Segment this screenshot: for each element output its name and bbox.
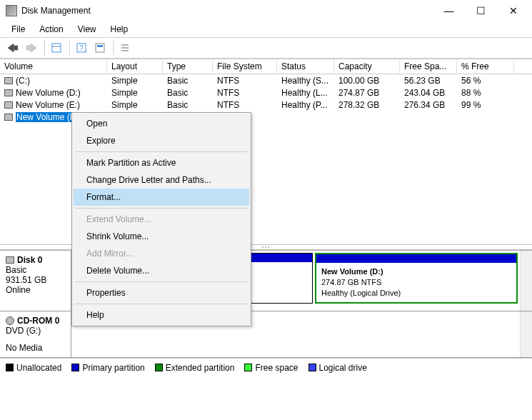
cell-fs: NTFS	[213, 100, 277, 110]
cell-status: Healthy (S...	[277, 76, 334, 86]
forward-button[interactable]	[23, 40, 40, 56]
menu-view[interactable]: View	[71, 23, 104, 36]
disk-type: DVD (G:)	[6, 326, 65, 336]
close-button[interactable]: ✕	[497, 1, 529, 21]
ctx-separator	[75, 304, 248, 304]
volume-name: (C:)	[16, 76, 30, 86]
legend-primary: Primary partition	[71, 363, 144, 373]
partition-sub: 274.87 GB NTFS	[321, 278, 381, 286]
vertical-scrollbar[interactable]	[520, 311, 532, 357]
cell-pct: 56 %	[457, 76, 514, 86]
col-volume[interactable]: Volume	[0, 59, 107, 74]
drive-icon	[4, 77, 13, 84]
ctx-separator	[75, 281, 248, 282]
help-button[interactable]: ?	[73, 40, 90, 56]
window-title: Disk Management	[21, 6, 433, 16]
partition-stripe	[316, 254, 516, 263]
svg-rect-4	[96, 44, 104, 52]
cell-layout: Simple	[107, 100, 163, 110]
ctx-help[interactable]: Help	[74, 306, 249, 324]
disk-info[interactable]: CD-ROM 0 DVD (G:) No Media	[0, 311, 71, 357]
partition-d[interactable]: New Volume (D:) 274.87 GB NTFS Healthy (…	[315, 253, 518, 304]
cell-capacity: 274.87 GB	[334, 88, 400, 98]
volume-list-header: Volume Layout Type File System Status Ca…	[0, 59, 532, 74]
svg-text:?: ?	[79, 44, 84, 52]
cell-status: Healthy (P...	[277, 112, 334, 122]
col-spacer	[514, 59, 532, 74]
cell-fs: NTFS	[213, 88, 277, 98]
cell-type: Basic	[163, 76, 213, 86]
volume-row[interactable]: New Volume (D:) Simple Basic NTFS Health…	[0, 86, 532, 99]
drive-icon	[4, 101, 13, 109]
back-button[interactable]	[4, 40, 21, 56]
cell-status: Healthy (L...	[277, 88, 334, 98]
cell-pct: 88 %	[457, 88, 514, 98]
legend-logical: Logical drive	[308, 363, 367, 373]
minimize-button[interactable]: —	[433, 1, 465, 21]
col-status[interactable]: Status	[277, 59, 334, 74]
col-type[interactable]: Type	[163, 59, 213, 74]
list-view-button[interactable]	[116, 40, 134, 56]
cell-status: Healthy (P...	[277, 100, 334, 110]
col-filesystem[interactable]: File System	[213, 59, 277, 74]
cell-fs: NTFS	[213, 76, 277, 86]
context-menu: Open Explore Mark Partition as Active Ch…	[71, 112, 251, 326]
disk-status: Online	[6, 285, 65, 295]
ctx-format[interactable]: Format...	[74, 189, 249, 206]
toolbar-separator	[113, 41, 114, 55]
ctx-shrink-volume[interactable]: Shrink Volume...	[74, 228, 249, 245]
ctx-properties[interactable]: Properties	[74, 284, 249, 301]
ctx-separator	[75, 151, 248, 152]
ctx-mark-active[interactable]: Mark Partition as Active	[74, 154, 249, 171]
cell-type: Basic	[163, 88, 213, 98]
legend-free: Free space	[244, 363, 298, 373]
cell-free: 56.23 GB	[400, 76, 457, 86]
volume-name: New Volume (D:)	[16, 88, 81, 98]
menu-file[interactable]: File	[4, 23, 32, 36]
ctx-separator	[75, 208, 248, 209]
partition-title: New Volume (D:)	[321, 267, 383, 276]
cell-free: 243.04 GB	[400, 88, 457, 98]
cell-capacity: 278.32 GB	[334, 100, 400, 110]
vertical-scrollbar[interactable]	[520, 251, 532, 311]
ctx-change-drive-letter[interactable]: Change Drive Letter and Paths...	[74, 171, 249, 189]
ctx-delete-volume[interactable]: Delete Volume...	[74, 262, 249, 279]
drive-icon	[4, 89, 13, 96]
legend: Unallocated Primary partition Extended p…	[0, 358, 532, 377]
svg-rect-5	[97, 45, 103, 47]
disk-info[interactable]: Disk 0 Basic 931.51 GB Online	[0, 251, 71, 311]
col-capacity[interactable]: Capacity	[334, 59, 400, 74]
ctx-open[interactable]: Open	[74, 115, 249, 132]
menu-help[interactable]: Help	[104, 23, 136, 36]
cell-capacity: 278.32 GB	[334, 112, 400, 122]
disk-type: Basic	[6, 265, 65, 275]
col-pctfree[interactable]: % Free	[457, 59, 514, 74]
cell-capacity: 100.00 GB	[334, 76, 400, 86]
volume-row[interactable]: (C:) Simple Basic NTFS Healthy (S... 100…	[0, 74, 532, 86]
menu-action[interactable]: Action	[32, 23, 70, 36]
ctx-explore[interactable]: Explore	[74, 132, 249, 149]
cell-free: 276.34 GB	[400, 100, 457, 110]
toolbar-separator	[44, 41, 45, 55]
partition-status: Healthy (Logical Drive)	[321, 289, 401, 297]
volume-name: New Volume (E:)	[16, 100, 80, 110]
properties-button[interactable]	[48, 40, 65, 56]
cell-layout: Simple	[107, 76, 163, 86]
legend-unallocated: Unallocated	[6, 363, 61, 373]
settings-button[interactable]	[91, 40, 109, 56]
cell-free: 102.52 GB	[400, 112, 457, 122]
disk-icon	[6, 256, 14, 264]
cell-pct: 37 %	[457, 112, 514, 122]
maximize-button[interactable]: ☐	[465, 1, 497, 21]
ctx-extend-volume: Extend Volume...	[74, 211, 249, 228]
disk-size: 931.51 GB	[6, 275, 65, 285]
volume-row[interactable]: New Volume (E:) Simple Basic NTFS Health…	[0, 99, 532, 111]
menubar: File Action View Help	[0, 21, 532, 37]
disk-management-icon	[6, 5, 17, 16]
titlebar: Disk Management — ☐ ✕	[0, 0, 532, 21]
col-free[interactable]: Free Spa...	[400, 59, 457, 74]
legend-extended: Extended partition	[155, 363, 235, 373]
drive-icon	[4, 114, 13, 121]
col-layout[interactable]: Layout	[107, 59, 163, 74]
disk-status: No Media	[6, 343, 65, 353]
